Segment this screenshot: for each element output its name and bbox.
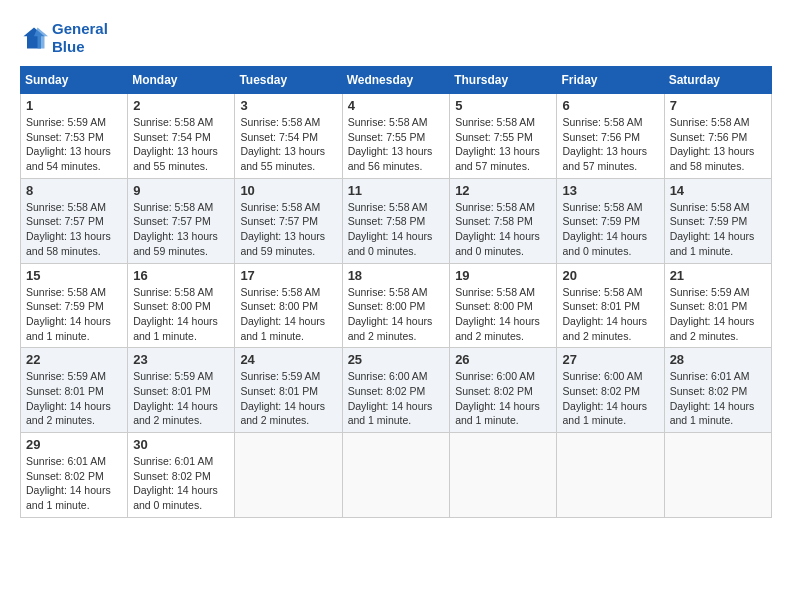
page-header: General Blue (20, 20, 772, 56)
calendar-cell: 4 Sunrise: 5:58 AMSunset: 7:55 PMDayligh… (342, 94, 450, 179)
logo-text: General Blue (52, 20, 108, 56)
calendar-week-row: 15 Sunrise: 5:58 AMSunset: 7:59 PMDaylig… (21, 263, 772, 348)
calendar-cell: 9 Sunrise: 5:58 AMSunset: 7:57 PMDayligh… (128, 178, 235, 263)
calendar-cell (342, 433, 450, 518)
calendar-cell: 27 Sunrise: 6:00 AMSunset: 8:02 PMDaylig… (557, 348, 664, 433)
weekday-header: Thursday (450, 67, 557, 94)
calendar-cell: 8 Sunrise: 5:58 AMSunset: 7:57 PMDayligh… (21, 178, 128, 263)
day-number: 9 (133, 183, 229, 198)
day-info: Sunrise: 5:58 AMSunset: 8:00 PMDaylight:… (133, 285, 229, 344)
day-info: Sunrise: 5:58 AMSunset: 7:57 PMDaylight:… (26, 200, 122, 259)
day-info: Sunrise: 5:59 AMSunset: 7:53 PMDaylight:… (26, 115, 122, 174)
calendar-cell (664, 433, 771, 518)
calendar-cell: 23 Sunrise: 5:59 AMSunset: 8:01 PMDaylig… (128, 348, 235, 433)
calendar-cell: 15 Sunrise: 5:58 AMSunset: 7:59 PMDaylig… (21, 263, 128, 348)
day-info: Sunrise: 5:59 AMSunset: 8:01 PMDaylight:… (133, 369, 229, 428)
day-info: Sunrise: 6:01 AMSunset: 8:02 PMDaylight:… (133, 454, 229, 513)
day-info: Sunrise: 5:59 AMSunset: 8:01 PMDaylight:… (670, 285, 766, 344)
day-info: Sunrise: 5:58 AMSunset: 8:00 PMDaylight:… (455, 285, 551, 344)
calendar-week-row: 29 Sunrise: 6:01 AMSunset: 8:02 PMDaylig… (21, 433, 772, 518)
day-info: Sunrise: 5:58 AMSunset: 7:59 PMDaylight:… (562, 200, 658, 259)
day-info: Sunrise: 5:58 AMSunset: 8:01 PMDaylight:… (562, 285, 658, 344)
day-number: 21 (670, 268, 766, 283)
weekday-header: Tuesday (235, 67, 342, 94)
calendar-cell (235, 433, 342, 518)
day-number: 19 (455, 268, 551, 283)
calendar-cell: 11 Sunrise: 5:58 AMSunset: 7:58 PMDaylig… (342, 178, 450, 263)
day-number: 26 (455, 352, 551, 367)
calendar-cell: 2 Sunrise: 5:58 AMSunset: 7:54 PMDayligh… (128, 94, 235, 179)
day-info: Sunrise: 5:58 AMSunset: 8:00 PMDaylight:… (348, 285, 445, 344)
calendar-table: SundayMondayTuesdayWednesdayThursdayFrid… (20, 66, 772, 518)
day-info: Sunrise: 6:01 AMSunset: 8:02 PMDaylight:… (26, 454, 122, 513)
calendar-cell: 30 Sunrise: 6:01 AMSunset: 8:02 PMDaylig… (128, 433, 235, 518)
weekday-header: Friday (557, 67, 664, 94)
calendar-cell: 22 Sunrise: 5:59 AMSunset: 8:01 PMDaylig… (21, 348, 128, 433)
calendar-cell: 18 Sunrise: 5:58 AMSunset: 8:00 PMDaylig… (342, 263, 450, 348)
day-info: Sunrise: 5:58 AMSunset: 7:54 PMDaylight:… (240, 115, 336, 174)
calendar-week-row: 8 Sunrise: 5:58 AMSunset: 7:57 PMDayligh… (21, 178, 772, 263)
day-info: Sunrise: 5:58 AMSunset: 7:55 PMDaylight:… (455, 115, 551, 174)
weekday-header: Saturday (664, 67, 771, 94)
calendar-cell (557, 433, 664, 518)
calendar-cell (450, 433, 557, 518)
day-number: 7 (670, 98, 766, 113)
calendar-cell: 5 Sunrise: 5:58 AMSunset: 7:55 PMDayligh… (450, 94, 557, 179)
day-number: 16 (133, 268, 229, 283)
day-number: 13 (562, 183, 658, 198)
calendar-header-row: SundayMondayTuesdayWednesdayThursdayFrid… (21, 67, 772, 94)
day-number: 15 (26, 268, 122, 283)
logo: General Blue (20, 20, 108, 56)
day-info: Sunrise: 5:59 AMSunset: 8:01 PMDaylight:… (240, 369, 336, 428)
day-number: 14 (670, 183, 766, 198)
day-info: Sunrise: 5:58 AMSunset: 7:59 PMDaylight:… (670, 200, 766, 259)
calendar-cell: 25 Sunrise: 6:00 AMSunset: 8:02 PMDaylig… (342, 348, 450, 433)
day-number: 29 (26, 437, 122, 452)
day-info: Sunrise: 5:58 AMSunset: 7:56 PMDaylight:… (670, 115, 766, 174)
day-number: 17 (240, 268, 336, 283)
day-number: 2 (133, 98, 229, 113)
day-info: Sunrise: 6:00 AMSunset: 8:02 PMDaylight:… (455, 369, 551, 428)
day-info: Sunrise: 6:00 AMSunset: 8:02 PMDaylight:… (348, 369, 445, 428)
day-number: 22 (26, 352, 122, 367)
calendar-cell: 13 Sunrise: 5:58 AMSunset: 7:59 PMDaylig… (557, 178, 664, 263)
calendar-cell: 7 Sunrise: 5:58 AMSunset: 7:56 PMDayligh… (664, 94, 771, 179)
weekday-header: Sunday (21, 67, 128, 94)
day-info: Sunrise: 5:58 AMSunset: 7:57 PMDaylight:… (133, 200, 229, 259)
weekday-header: Monday (128, 67, 235, 94)
calendar-cell: 26 Sunrise: 6:00 AMSunset: 8:02 PMDaylig… (450, 348, 557, 433)
day-number: 11 (348, 183, 445, 198)
day-number: 18 (348, 268, 445, 283)
day-number: 30 (133, 437, 229, 452)
day-number: 24 (240, 352, 336, 367)
day-info: Sunrise: 5:58 AMSunset: 7:54 PMDaylight:… (133, 115, 229, 174)
day-number: 10 (240, 183, 336, 198)
day-info: Sunrise: 6:00 AMSunset: 8:02 PMDaylight:… (562, 369, 658, 428)
day-info: Sunrise: 5:58 AMSunset: 7:58 PMDaylight:… (455, 200, 551, 259)
day-info: Sunrise: 5:58 AMSunset: 7:59 PMDaylight:… (26, 285, 122, 344)
day-info: Sunrise: 5:58 AMSunset: 7:58 PMDaylight:… (348, 200, 445, 259)
calendar-cell: 1 Sunrise: 5:59 AMSunset: 7:53 PMDayligh… (21, 94, 128, 179)
day-number: 27 (562, 352, 658, 367)
day-number: 20 (562, 268, 658, 283)
day-number: 28 (670, 352, 766, 367)
day-number: 5 (455, 98, 551, 113)
logo-icon (20, 24, 48, 52)
calendar-cell: 16 Sunrise: 5:58 AMSunset: 8:00 PMDaylig… (128, 263, 235, 348)
day-number: 6 (562, 98, 658, 113)
calendar-cell: 21 Sunrise: 5:59 AMSunset: 8:01 PMDaylig… (664, 263, 771, 348)
calendar-cell: 19 Sunrise: 5:58 AMSunset: 8:00 PMDaylig… (450, 263, 557, 348)
calendar-cell: 17 Sunrise: 5:58 AMSunset: 8:00 PMDaylig… (235, 263, 342, 348)
day-number: 3 (240, 98, 336, 113)
calendar-cell: 14 Sunrise: 5:58 AMSunset: 7:59 PMDaylig… (664, 178, 771, 263)
day-info: Sunrise: 5:58 AMSunset: 7:56 PMDaylight:… (562, 115, 658, 174)
weekday-header: Wednesday (342, 67, 450, 94)
day-info: Sunrise: 5:59 AMSunset: 8:01 PMDaylight:… (26, 369, 122, 428)
calendar-cell: 29 Sunrise: 6:01 AMSunset: 8:02 PMDaylig… (21, 433, 128, 518)
calendar-cell: 24 Sunrise: 5:59 AMSunset: 8:01 PMDaylig… (235, 348, 342, 433)
day-number: 23 (133, 352, 229, 367)
day-number: 1 (26, 98, 122, 113)
day-number: 25 (348, 352, 445, 367)
day-info: Sunrise: 5:58 AMSunset: 7:57 PMDaylight:… (240, 200, 336, 259)
calendar-week-row: 22 Sunrise: 5:59 AMSunset: 8:01 PMDaylig… (21, 348, 772, 433)
